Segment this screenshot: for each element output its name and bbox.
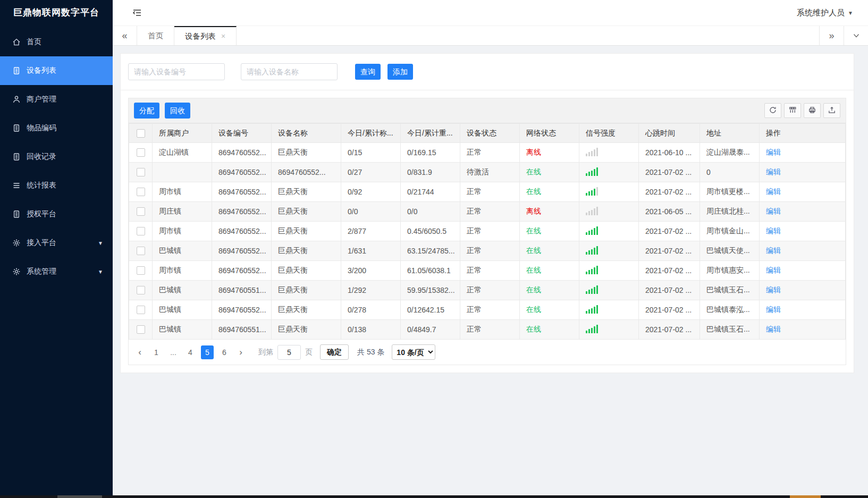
address-cell: 巴城镇天使... [700,241,760,261]
sidebar-item-home-首页[interactable]: 首页 [0,28,113,56]
row-checkbox[interactable] [137,227,145,235]
device-number-input[interactable] [128,63,225,80]
today-weight-cell: 0/831.9 [401,163,460,182]
page-number-1[interactable]: 1 [150,345,163,359]
signal-bars [586,207,598,215]
goto-confirm-button[interactable]: 确定 [320,344,349,360]
column-header: 信号强度 [579,124,639,143]
columns-button[interactable] [784,103,801,118]
sidebar-item-list-统计报表[interactable]: 统计报表 [0,171,113,200]
goto-page-input[interactable] [277,345,301,360]
device-list-card: 查询 添加 分配 回收 所属商户设备编号设备名称今日/累 [120,53,854,373]
tab-首页[interactable]: 首页 [137,26,174,45]
signal-bars [586,148,598,156]
recycle-button[interactable]: 回收 [165,103,190,119]
today-count-cell: 0/278 [341,300,401,320]
sidebar-item-doc-授权平台[interactable]: 授权平台 [0,200,113,229]
page-number-5[interactable]: 5 [201,345,214,359]
row-select-cell [129,261,153,281]
select-all-checkbox[interactable] [137,129,145,138]
tabs-scroll-left-button[interactable]: « [113,26,137,45]
merchant-cell: 巴城镇 [153,320,212,340]
table-body: 淀山湖镇8694760552...巨鼎天衡0/150/169.15正常离线202… [129,143,846,340]
device-no-cell: 8694760552... [212,241,272,261]
page-unit-label: 页 [305,348,313,357]
today-weight-cell: 63.15/24785... [401,241,460,261]
pagination: ‹ 1...456 › 到第 页 确定 共 53 条 10 条/页 [129,340,846,365]
row-checkbox[interactable] [137,286,145,294]
column-header: 今日/累计称... [341,124,401,143]
edit-link[interactable]: 编辑 [766,187,781,196]
sidebar-item-label: 回收记录 [27,152,56,162]
export-button[interactable] [823,103,840,118]
device-no-cell: 8694760552... [212,143,272,163]
prev-page-button[interactable]: ‹ [134,347,146,358]
device-name-cell: 8694760552... [272,163,341,182]
print-button[interactable] [804,103,821,118]
refresh-button[interactable] [764,103,781,118]
device-name-input[interactable] [241,63,338,80]
edit-link[interactable]: 编辑 [766,148,781,156]
sidebar-item-gear-接入平台[interactable]: 接入平台▼ [0,229,113,257]
row-checkbox[interactable] [137,266,145,275]
network-status-cell: 在线 [520,182,579,202]
sidebar-item-user-商户管理[interactable]: 商户管理 [0,85,113,114]
signal-cell [579,320,639,340]
user-menu[interactable]: 系统维护人员 ▼ [797,8,853,18]
sidebar-item-label: 首页 [27,37,41,47]
printer-icon [808,106,816,116]
assign-button[interactable]: 分配 [134,103,159,119]
today-weight-cell: 0/169.15 [401,143,460,163]
address-cell: 巴城镇玉石... [700,320,760,340]
table-row: 巴城镇8694760551...巨鼎天衡1/29259.95/15382...正… [129,281,846,300]
row-checkbox[interactable] [137,188,145,196]
row-checkbox[interactable] [137,148,145,157]
column-header: 地址 [700,124,760,143]
tabs-menu-button[interactable] [844,26,868,45]
today-count-cell: 0/92 [341,182,401,202]
close-icon[interactable]: × [221,32,225,40]
table-row: 淀山湖镇8694760552...巨鼎天衡0/150/169.15正常离线202… [129,143,846,163]
signal-bars [586,187,598,196]
sidebar-fold-icon[interactable] [132,7,142,18]
edit-link[interactable]: 编辑 [766,226,781,235]
row-checkbox[interactable] [137,306,145,314]
column-header: 设备编号 [212,124,272,143]
tabs-scroll-right-button[interactable]: » [819,26,844,45]
page-number-6[interactable]: 6 [218,345,231,359]
sidebar-item-label: 设备列表 [27,66,56,75]
network-status-cell: 在线 [520,281,579,300]
row-checkbox[interactable] [137,325,145,334]
edit-link[interactable]: 编辑 [766,167,781,176]
next-page-button[interactable]: › [235,347,247,358]
row-select-cell [129,182,153,202]
tab-设备列表[interactable]: 设备列表× [174,26,237,45]
signal-cell [579,222,639,241]
page-ellipsis: ... [167,345,180,359]
sidebar-item-doc-回收记录[interactable]: 回收记录 [0,142,113,171]
columns-icon [788,106,797,116]
merchant-cell: 巴城镇 [153,241,212,261]
edit-link[interactable]: 编辑 [766,246,781,255]
query-button[interactable]: 查询 [355,64,381,80]
sidebar-item-doc-设备列表[interactable]: 设备列表 [0,56,113,85]
row-checkbox[interactable] [137,168,145,176]
action-cell: 编辑 [760,300,846,320]
page-size-select[interactable]: 10 条/页 [392,344,435,360]
device-no-cell: 8694760551... [212,281,272,300]
edit-link[interactable]: 编辑 [766,285,781,294]
edit-link[interactable]: 编辑 [766,305,781,314]
today-count-cell: 1/631 [341,241,401,261]
add-button[interactable]: 添加 [387,64,413,80]
edit-link[interactable]: 编辑 [766,266,781,274]
page-numbers: 1...456 [150,345,231,359]
edit-link[interactable]: 编辑 [766,207,781,215]
sidebar-item-label: 系统管理 [27,267,56,276]
row-checkbox[interactable] [137,247,145,255]
edit-link[interactable]: 编辑 [766,325,781,333]
sidebar-item-doc-物品编码[interactable]: 物品编码 [0,114,113,142]
page-number-4[interactable]: 4 [184,345,197,359]
row-checkbox[interactable] [137,207,145,216]
sidebar-item-gear-系统管理[interactable]: 系统管理▼ [0,257,113,286]
address-cell: 淀山湖晟泰... [700,143,760,163]
